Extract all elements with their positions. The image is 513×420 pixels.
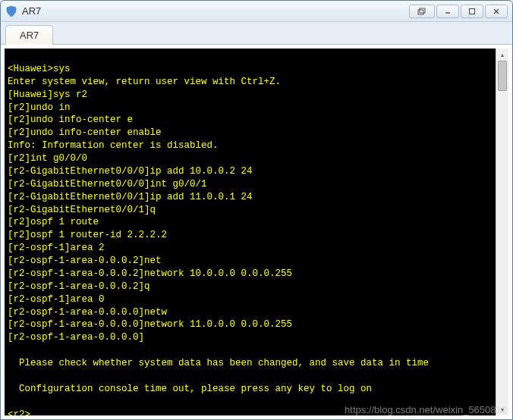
svg-rect-1 bbox=[420, 8, 425, 13]
tab-label: AR7 bbox=[20, 30, 39, 41]
terminal[interactable]: <Huawei>sysEnter system view, return use… bbox=[5, 49, 496, 415]
terminal-line: <Huawei>sys bbox=[8, 63, 493, 76]
tab-bar: AR7 bbox=[1, 22, 512, 45]
titlebar[interactable]: AR7 bbox=[1, 1, 512, 22]
app-window: AR7 AR7 <Huawei>sysEnter system view, re… bbox=[0, 0, 513, 420]
terminal-line: [r2]undo in bbox=[8, 102, 493, 114]
close-button[interactable] bbox=[485, 5, 508, 18]
svg-rect-0 bbox=[418, 10, 423, 14]
terminal-line: Enter system view, return user view with… bbox=[8, 76, 493, 89]
terminal-line: [r2-ospf-1-area-0.0.0.2]network 10.0.0.0… bbox=[8, 268, 493, 281]
terminal-line: [r2-GigabitEthernet0/0/1]q bbox=[8, 204, 493, 217]
terminal-line bbox=[8, 50, 493, 63]
terminal-line: <r2> bbox=[8, 409, 493, 416]
scrollbar[interactable]: ▴ ▾ bbox=[496, 49, 508, 415]
terminal-line: [r2-GigabitEthernet0/0/0]int g0/0/1 bbox=[8, 178, 493, 191]
app-icon bbox=[5, 5, 17, 17]
window-title: AR7 bbox=[22, 5, 409, 17]
terminal-line: [r2-ospf-1-area-0.0.0.0]network 11.0.0.0… bbox=[8, 318, 493, 331]
svg-rect-3 bbox=[470, 8, 475, 14]
scroll-thumb[interactable] bbox=[498, 61, 507, 91]
restore-button[interactable] bbox=[409, 5, 435, 18]
maximize-button[interactable] bbox=[461, 5, 483, 18]
terminal-line bbox=[8, 344, 493, 357]
terminal-line bbox=[8, 396, 493, 409]
terminal-line: [r2-ospf-1-area-0.0.0.0] bbox=[8, 331, 493, 344]
terminal-line: [r2-GigabitEthernet0/0/0]ip add 10.0.0.2… bbox=[8, 165, 493, 178]
terminal-line: [r2]ospf 1 router-id 2.2.2.2 bbox=[8, 229, 493, 242]
terminal-line: [r2]undo info-center enable bbox=[8, 127, 493, 139]
terminal-line: [r2-ospf-1]area 0 bbox=[8, 293, 493, 306]
scroll-down-button[interactable]: ▾ bbox=[496, 403, 508, 415]
scroll-up-button[interactable]: ▴ bbox=[496, 49, 508, 61]
terminal-line: Info: Information center is disabled. bbox=[8, 139, 493, 152]
terminal-line: [r2]int g0/0/0 bbox=[8, 152, 493, 165]
tab-ar7[interactable]: AR7 bbox=[5, 25, 53, 45]
terminal-line: [r2-ospf-1-area-0.0.0.2]net bbox=[8, 255, 493, 268]
terminal-line: Please check whether system data has bee… bbox=[8, 357, 493, 370]
terminal-line: [r2-GigabitEthernet0/0/1]ip add 11.0.0.1… bbox=[8, 191, 493, 204]
terminal-line: [r2]undo info-center e bbox=[8, 114, 493, 127]
terminal-line: [r2-ospf-1-area-0.0.0.0]netw bbox=[8, 306, 493, 319]
terminal-line: [Huawei]sys r2 bbox=[8, 89, 493, 102]
terminal-line: Configuration console time out, please p… bbox=[8, 383, 493, 396]
terminal-container: <Huawei>sysEnter system view, return use… bbox=[1, 45, 512, 419]
terminal-line: [r2]ospf 1 route bbox=[8, 216, 493, 229]
terminal-line: [r2-ospf-1-area-0.0.0.2]q bbox=[8, 281, 493, 293]
window-controls bbox=[409, 5, 508, 18]
minimize-button[interactable] bbox=[436, 5, 459, 18]
terminal-line: [r2-ospf-1]area 2 bbox=[8, 242, 493, 255]
terminal-line bbox=[8, 370, 493, 383]
